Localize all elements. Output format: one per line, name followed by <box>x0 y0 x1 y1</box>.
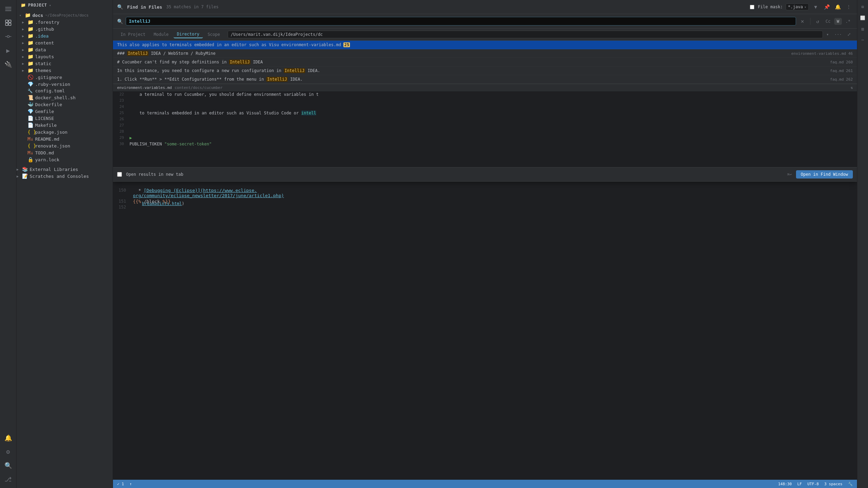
dockersh-label: docker_shell.sh <box>35 95 75 100</box>
sidebar-item-themes[interactable]: ▶ 📁 themes <box>17 67 113 74</box>
preview-line-24: 24 <box>113 104 857 110</box>
layouts-arrow: ▶ <box>22 55 28 59</box>
sidebar-item-github[interactable]: ▶ 📁 .github <box>17 26 113 32</box>
sidebar-item-layouts[interactable]: ▶ 📁 layouts <box>17 53 113 60</box>
git-status: ✓ 1 <box>117 482 124 486</box>
result-item-3[interactable]: # Cucumber can't find my step definition… <box>113 58 857 67</box>
sidebar-item-dockerfile[interactable]: ▶ 🐳 Dockerfile <box>17 101 113 108</box>
svg-rect-6 <box>9 23 11 26</box>
undo-icon[interactable]: ↺ <box>815 18 820 25</box>
editor-line-151: 151 {{% /block %}} <box>113 199 857 204</box>
scope-tab-scope[interactable]: Scope <box>204 31 224 38</box>
scope-tab-directory[interactable]: Directory <box>174 31 203 38</box>
activity-icon-search[interactable]: 🔍 <box>2 459 14 471</box>
activity-icon-project[interactable] <box>2 17 14 29</box>
gitignore-label: .gitignore <box>35 75 62 80</box>
sidebar-item-root[interactable]: ▾ 📁 docs ~/IdeaProjects/docs <box>17 12 113 19</box>
sidebar-item-package-json[interactable]: ▶ { } package.json <box>17 129 113 135</box>
result-item-5[interactable]: 1. Click **Run** > **Edit Configurations… <box>113 75 857 84</box>
svg-rect-3 <box>6 20 8 22</box>
scope-tab-module[interactable]: Module <box>150 31 172 38</box>
sidebar-item-renovate[interactable]: ▶ { } renovate.json <box>17 142 113 149</box>
sidebar-header: 📁 Project ▾ <box>17 0 113 10</box>
find-header-right: File mask: *.java ▾ ▼ 📌 🔔 ⋮ <box>750 3 853 11</box>
scope-path-more-btn[interactable]: ··· <box>832 31 844 38</box>
sidebar-item-scratches[interactable]: ▶ 📝 Scratches and Consoles <box>17 173 113 180</box>
more-options-icon[interactable]: ⋮ <box>845 3 853 11</box>
sidebar-item-gitignore[interactable]: ▶ 🚫 .gitignore <box>17 74 113 81</box>
yarn-icon: 🔒 <box>28 157 34 162</box>
sidebar-item-license[interactable]: ▶ 📄 LICENSE <box>17 115 113 122</box>
make-label: Makefile <box>35 123 57 128</box>
cursor-position[interactable]: 148:30 <box>778 482 792 486</box>
find-search-input[interactable] <box>126 17 796 26</box>
gem-label: Gemfile <box>35 109 54 114</box>
activity-bar: ▶ 🔌 🔔 ⚙ 🔍 ⎇ <box>0 0 17 488</box>
file-mask-input-wrapper: *.java ▾ <box>786 3 809 10</box>
find-search-row: 🔍 ✕ ↺ Cc W .* <box>113 14 857 29</box>
directory-path-input[interactable] <box>228 31 823 38</box>
sidebar-item-config-toml[interactable]: ▶ 🔧 config.toml <box>17 88 113 94</box>
filter-icon[interactable]: ▼ <box>812 3 820 11</box>
regex-btn[interactable]: .* <box>843 18 853 25</box>
sidebar-item-yarn-lock[interactable]: ▶ 🔒 yarn.lock <box>17 156 113 163</box>
sidebar-item-static[interactable]: ▶ 📁 static <box>17 60 113 67</box>
result-item-2[interactable]: ### IntelliJ IDEA / WebStorm / RubyMine … <box>113 49 857 58</box>
sidebar-item-forestry[interactable]: ▶ 📁 .forestry <box>17 19 113 26</box>
case-sensitive-btn[interactable]: Cc <box>823 18 833 25</box>
template-close-151: %}} <box>163 199 170 204</box>
themes-icon: 📁 <box>28 68 34 73</box>
activity-icon-plugins[interactable]: 🔌 <box>2 58 14 70</box>
scope-path-dropdown-btn[interactable]: ▾ <box>824 31 831 38</box>
sidebar-item-content[interactable]: ▶ 📁 content <box>17 39 113 46</box>
scope-path-expand-btn[interactable]: ⤢ <box>845 31 853 38</box>
static-arrow: ▶ <box>22 62 28 65</box>
docker-label: Dockerfile <box>35 102 62 107</box>
github-label: .github <box>35 27 54 32</box>
sidebar-item-readme[interactable]: ▶ M↓ README.md <box>17 135 113 142</box>
whole-word-btn[interactable]: W <box>834 18 841 25</box>
right-icon-grid[interactable]: ⊞ <box>859 3 867 11</box>
open-find-window-btn[interactable]: Open in Find Window <box>796 170 853 179</box>
sidebar-item-gemfile[interactable]: ▶ 💎 Gemfile <box>17 108 113 115</box>
activity-icon-commit[interactable] <box>2 30 14 43</box>
preview-path: content/docs/cucumber <box>175 85 223 90</box>
find-clear-btn[interactable]: ✕ <box>799 17 806 25</box>
indent-style[interactable]: 3 spaces <box>824 482 843 486</box>
result-file-4: faq.md 261 <box>827 69 853 73</box>
pin-icon[interactable]: 📌 <box>823 3 831 11</box>
encoding[interactable]: UTF-8 <box>807 482 819 486</box>
bell-icon[interactable]: 🔔 <box>834 3 842 11</box>
line-content-28 <box>127 129 857 135</box>
eclipse-link[interactable]: [Debugging (Eclipse)](https://www.eclips… <box>133 188 284 198</box>
sidebar-item-data[interactable]: ▶ 📁 data <box>17 46 113 53</box>
scope-tab-in-project[interactable]: In Project <box>117 31 149 38</box>
preview-sort-icon[interactable]: ⇅ <box>850 85 853 90</box>
find-results-list: This also applies to terminals embedded … <box>113 41 857 84</box>
right-icon-more[interactable]: ⋯ <box>859 36 867 44</box>
activity-icon-settings[interactable]: ⚙ <box>2 445 14 458</box>
line-ending[interactable]: LF <box>797 482 802 486</box>
activity-icon-hamburger[interactable] <box>2 3 14 15</box>
activity-icon-run[interactable]: ▶ <box>2 44 14 57</box>
new-tab-checkbox[interactable] <box>117 172 122 177</box>
right-icon-split[interactable]: ⬜ <box>859 14 867 22</box>
activity-icon-notifications[interactable]: 🔔 <box>2 431 14 444</box>
file-mask-checkbox[interactable] <box>750 5 754 9</box>
result-text-4: In this instance, you need to configure … <box>117 68 827 73</box>
find-footer: Open results in new tab ⌘↩ Open in Find … <box>113 167 857 181</box>
sidebar-item-makefile[interactable]: ▶ 📄 Makefile <box>17 122 113 129</box>
find-search-icon-header: 🔍 <box>117 4 123 10</box>
result-item-4[interactable]: In this instance, you need to configure … <box>113 67 857 75</box>
sidebar-item-ruby-version[interactable]: ▶ 💎 .ruby-version <box>17 81 113 88</box>
pkg-label: package.json <box>35 130 68 135</box>
right-icon-column[interactable]: ▥ <box>859 25 867 33</box>
preview-line-25: 25 to terminals embedded in an editor su… <box>113 110 857 116</box>
sidebar-item-idea[interactable]: ▶ 📁 .idea <box>17 32 113 39</box>
activity-icon-git[interactable]: ⎇ <box>2 473 14 485</box>
sidebar-item-external-libs[interactable]: ▶ 📚 External Libraries <box>17 166 113 173</box>
svg-rect-2 <box>5 10 11 11</box>
sidebar-item-todo[interactable]: ▶ M↓ TODO.md <box>17 149 113 156</box>
sidebar-item-docker-shell[interactable]: ▶ 📜 docker_shell.sh <box>17 94 113 101</box>
result-item-1[interactable]: This also applies to terminals embedded … <box>113 41 857 49</box>
